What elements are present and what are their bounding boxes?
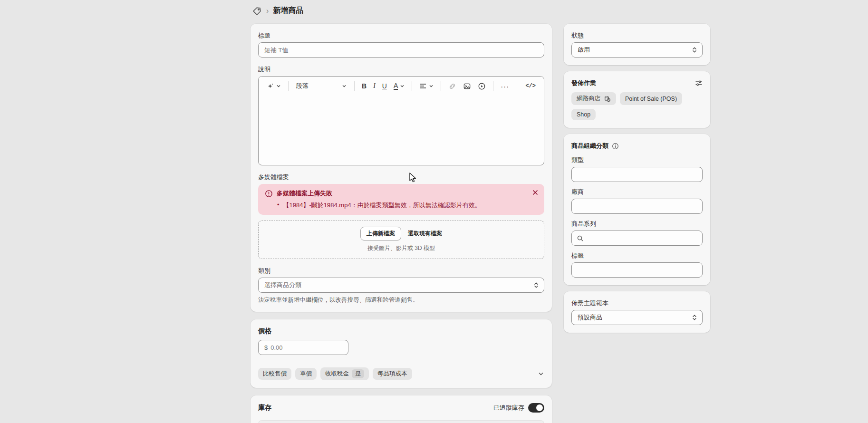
track-inventory-label: 已追蹤庫存 xyxy=(493,404,524,412)
organization-card: 商品組織分類 類型 廠商 商品系列 xyxy=(564,134,710,285)
upload-hint: 接受圖片、影片或 3D 模型 xyxy=(259,244,544,252)
category-label: 類別 xyxy=(258,267,544,275)
theme-template-label: 佈景主題範本 xyxy=(571,299,703,308)
toolbar-divider xyxy=(288,81,289,91)
vendor-label: 廠商 xyxy=(571,188,703,196)
upload-new-file-button[interactable]: 上傳新檔案 xyxy=(360,227,401,240)
main-column: 標題 說明 段落 xyxy=(251,24,552,423)
manage-channels-icon[interactable] xyxy=(695,79,703,87)
inventory-title: 庫存 xyxy=(258,404,271,412)
toolbar-divider xyxy=(412,81,412,91)
channel-list: 網路商店 Point of Sale (POS) xyxy=(571,92,703,120)
expand-pricing-chevron[interactable] xyxy=(538,371,544,377)
editor-toolbar: 段落 B I U A xyxy=(259,77,544,96)
pricing-card: 價格 $ 比較售價 單價 收取稅金 是 每品項成本 xyxy=(251,319,552,388)
alert-circle-icon xyxy=(265,190,273,198)
alignment-button[interactable] xyxy=(417,80,436,92)
underline-button[interactable]: U xyxy=(380,81,389,91)
charge-tax-label: 收取稅金 xyxy=(325,370,349,378)
status-label: 狀態 xyxy=(571,31,703,40)
status-select-value: 啟用 xyxy=(578,46,590,54)
charge-tax-badge[interactable]: 收取稅金 是 xyxy=(320,367,369,380)
currency-prefix: $ xyxy=(264,344,268,351)
channel-pos-label: Point of Sale (POS) xyxy=(625,96,677,102)
pricing-badges-row: 比較售價 單價 收取稅金 是 每品項成本 xyxy=(258,367,544,380)
publishing-card: 發佈作業 網路商店 xyxy=(564,71,710,128)
link-icon xyxy=(446,80,459,92)
title-input[interactable] xyxy=(258,42,544,58)
category-help-text: 決定稅率並新增中繼欄位，以改善搜尋、篩選和跨管道銷售。 xyxy=(258,296,544,304)
inventory-card: 庫存 已追蹤庫存 xyxy=(251,395,552,423)
channel-pos[interactable]: Point of Sale (POS) xyxy=(620,92,682,105)
compare-at-price-badge[interactable]: 比較售價 xyxy=(258,368,291,380)
show-html-button[interactable]: </> xyxy=(523,81,538,91)
organization-title: 商品組織分類 xyxy=(571,142,608,150)
type-input[interactable] xyxy=(571,167,703,182)
bold-button[interactable]: B xyxy=(359,81,369,91)
magic-ai-button[interactable] xyxy=(264,80,283,92)
chevron-down-icon xyxy=(400,84,405,88)
page-title: 新增商品 xyxy=(273,6,303,16)
channel-online-store[interactable]: 網路商店 xyxy=(571,92,616,105)
chevron-down-icon xyxy=(429,84,434,88)
media-upload-error-banner: 多媒體檔案上傳失敗 • 【1984】-關於1984.mp4：由於檔案類型無效，所… xyxy=(258,184,544,215)
status-card: 狀態 啟用 xyxy=(564,24,710,65)
cost-per-item-badge[interactable]: 每品項成本 xyxy=(373,368,412,380)
price-input[interactable] xyxy=(270,344,342,351)
collections-search-field[interactable] xyxy=(571,231,703,246)
channel-shop[interactable]: Shop xyxy=(571,109,596,120)
media-label: 多媒體檔案 xyxy=(258,173,544,182)
publishing-title: 發佈作業 xyxy=(571,79,596,87)
channel-online-store-label: 網路商店 xyxy=(577,95,600,103)
title-label: 標題 xyxy=(258,31,544,40)
tag-icon[interactable] xyxy=(252,6,262,16)
product-details-card: 標題 說明 段落 xyxy=(251,24,552,312)
select-caret-icon xyxy=(692,314,697,321)
select-existing-file-button[interactable]: 選取現有檔案 xyxy=(408,230,442,238)
category-select-value: 選擇商品分類 xyxy=(264,281,301,289)
theme-template-select[interactable]: 預設商品 xyxy=(571,310,703,325)
toolbar-divider xyxy=(354,81,355,91)
media-dropzone[interactable]: 上傳新檔案 選取現有檔案 接受圖片、影片或 3D 模型 xyxy=(258,221,544,259)
chevron-down-icon xyxy=(276,84,281,88)
rich-text-editor: 段落 B I U A xyxy=(258,76,544,165)
select-caret-icon xyxy=(692,47,697,53)
collections-search-input[interactable] xyxy=(588,235,697,242)
italic-button[interactable]: I xyxy=(371,81,378,91)
inventory-table-stub xyxy=(258,420,544,423)
track-inventory-toggle[interactable] xyxy=(528,403,544,413)
theme-template-card: 佈景主題範本 預設商品 xyxy=(564,291,710,333)
insert-image-button[interactable] xyxy=(461,80,473,92)
toggle-knob xyxy=(536,404,543,411)
collections-label: 商品系列 xyxy=(571,220,703,228)
type-label: 類型 xyxy=(571,156,703,164)
content-area: 標題 說明 段落 xyxy=(251,24,710,423)
paragraph-style-dropdown[interactable]: 段落 xyxy=(293,80,349,92)
category-select[interactable]: 選擇商品分類 xyxy=(258,278,544,293)
error-detail: 【1984】-關於1984.mp4：由於檔案類型無效，所以無法確認影片有效。 xyxy=(283,201,481,210)
error-bullet: • xyxy=(277,201,280,210)
price-field[interactable]: $ xyxy=(258,340,348,355)
text-color-button[interactable]: A xyxy=(391,80,407,92)
status-select[interactable]: 啟用 xyxy=(571,42,703,58)
pricing-title: 價格 xyxy=(258,327,544,336)
description-textarea[interactable] xyxy=(259,96,544,165)
channel-shop-label: Shop xyxy=(577,111,590,118)
tags-input[interactable] xyxy=(571,262,703,278)
tags-label: 標籤 xyxy=(571,251,703,260)
paragraph-style-label: 段落 xyxy=(296,82,309,90)
description-label: 說明 xyxy=(258,65,544,74)
unit-price-badge[interactable]: 單價 xyxy=(295,368,317,380)
sidebar: 狀態 啟用 發佈作業 xyxy=(564,24,710,423)
breadcrumb: › 新增商品 xyxy=(252,6,303,16)
vendor-input[interactable] xyxy=(571,199,703,214)
close-icon[interactable] xyxy=(532,189,539,197)
search-icon xyxy=(577,235,584,242)
toolbar-divider xyxy=(441,81,441,91)
info-icon[interactable] xyxy=(612,143,619,150)
insert-video-button[interactable] xyxy=(475,80,488,92)
more-options-button[interactable]: ··· xyxy=(498,80,511,92)
select-caret-icon xyxy=(533,282,539,288)
breadcrumb-separator-icon: › xyxy=(266,7,269,15)
schedule-calendar-icon[interactable] xyxy=(604,95,611,102)
